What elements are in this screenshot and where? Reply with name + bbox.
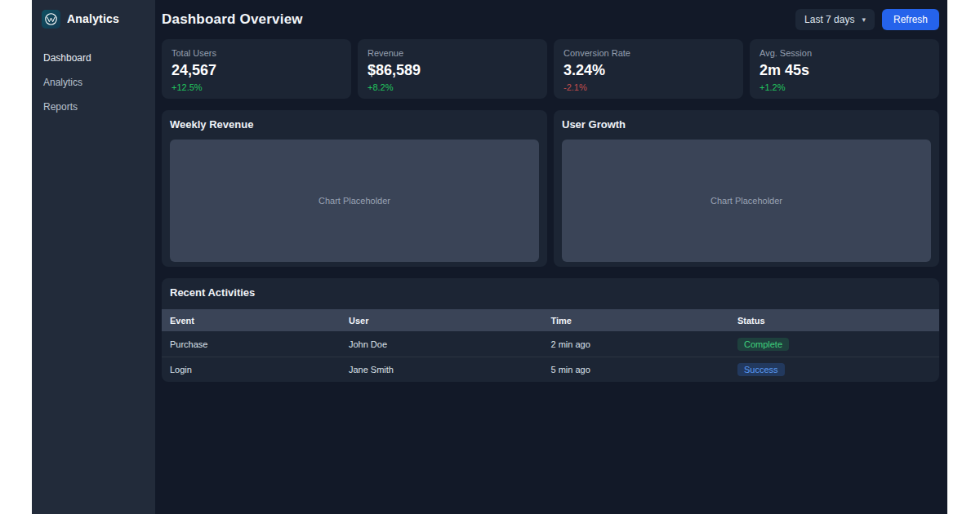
chart-title: User Growth (562, 118, 931, 131)
date-range-select[interactable]: Last 7 days ▾ (795, 9, 875, 30)
column-header-event: Event (162, 316, 341, 326)
charts-row: Weekly Revenue Chart Placeholder User Gr… (162, 110, 939, 267)
chart-placeholder-area: Chart Placeholder (562, 140, 931, 262)
stat-card-avg-session: Avg. Session 2m 45s +1.2% (750, 39, 939, 99)
sidebar-nav: Dashboard Analytics Reports (42, 46, 145, 119)
brand-row: Analytics (42, 8, 145, 29)
stat-card-conversion-rate: Conversion Rate 3.24% -2.1% (554, 39, 743, 99)
table-row: Login Jane Smith 5 min ago Success (162, 357, 939, 382)
chart-placeholder-text: Chart Placeholder (318, 196, 390, 206)
sidebar: Analytics Dashboard Analytics Reports (32, 0, 155, 514)
stat-label: Avg. Session (760, 48, 929, 58)
stats-row: Total Users 24,567 +12.5% Revenue $86,58… (162, 39, 939, 99)
activities-table: Event User Time Status Purchase John Doe… (162, 309, 939, 382)
stat-value: 24,567 (172, 62, 341, 79)
cell-time: 5 min ago (542, 365, 728, 374)
cell-event: Login (162, 365, 341, 374)
brand-name: Analytics (67, 12, 119, 25)
chart-card-user-growth: User Growth Chart Placeholder (554, 110, 939, 267)
sidebar-item-reports[interactable]: Reports (42, 95, 145, 119)
table-row: Purchase John Doe 2 min ago Complete (162, 331, 939, 357)
stat-value: $86,589 (368, 62, 537, 79)
cell-time: 2 min ago (542, 339, 728, 349)
stat-label: Total Users (172, 48, 341, 58)
chevron-down-icon: ▾ (862, 16, 866, 24)
page-header: Dashboard Overview Last 7 days ▾ Refresh (162, 7, 939, 32)
stat-label: Conversion Rate (564, 48, 733, 58)
chart-placeholder-area: Chart Placeholder (170, 140, 539, 262)
refresh-button[interactable]: Refresh (882, 9, 939, 30)
recent-activities-title: Recent Activities (162, 286, 939, 299)
stat-value: 2m 45s (760, 62, 929, 79)
stat-card-revenue: Revenue $86,589 +8.2% (358, 39, 547, 99)
main-content: Dashboard Overview Last 7 days ▾ Refresh… (155, 0, 947, 514)
stat-change: +1.2% (760, 82, 929, 92)
sidebar-item-analytics[interactable]: Analytics (42, 70, 145, 95)
status-badge: Success (737, 363, 785, 376)
table-header-row: Event User Time Status (162, 309, 939, 331)
date-range-value: Last 7 days (804, 14, 854, 25)
stat-card-total-users: Total Users 24,567 +12.5% (162, 39, 351, 99)
stat-change: -2.1% (564, 82, 733, 92)
stat-value: 3.24% (564, 62, 733, 79)
page-title: Dashboard Overview (162, 11, 303, 28)
brand-logo-icon (42, 10, 60, 29)
cell-status: Complete (729, 338, 939, 351)
app-window: Analytics Dashboard Analytics Reports Da… (32, 0, 947, 514)
sidebar-item-dashboard[interactable]: Dashboard (42, 46, 145, 70)
cell-event: Purchase (162, 339, 341, 349)
stat-change: +12.5% (172, 82, 341, 92)
column-header-user: User (341, 316, 543, 326)
cell-user: Jane Smith (341, 365, 543, 374)
stat-label: Revenue (368, 48, 537, 58)
recent-activities-card: Recent Activities Event User Time Status… (162, 278, 939, 382)
column-header-status: Status (729, 316, 939, 326)
status-badge: Complete (737, 338, 789, 351)
stat-change: +8.2% (368, 82, 537, 92)
cell-status: Success (729, 363, 939, 376)
header-controls: Last 7 days ▾ Refresh (795, 9, 939, 30)
column-header-time: Time (542, 316, 728, 326)
chart-card-weekly-revenue: Weekly Revenue Chart Placeholder (162, 110, 547, 267)
cell-user: John Doe (341, 339, 543, 349)
chart-placeholder-text: Chart Placeholder (710, 196, 782, 206)
chart-title: Weekly Revenue (170, 118, 539, 131)
